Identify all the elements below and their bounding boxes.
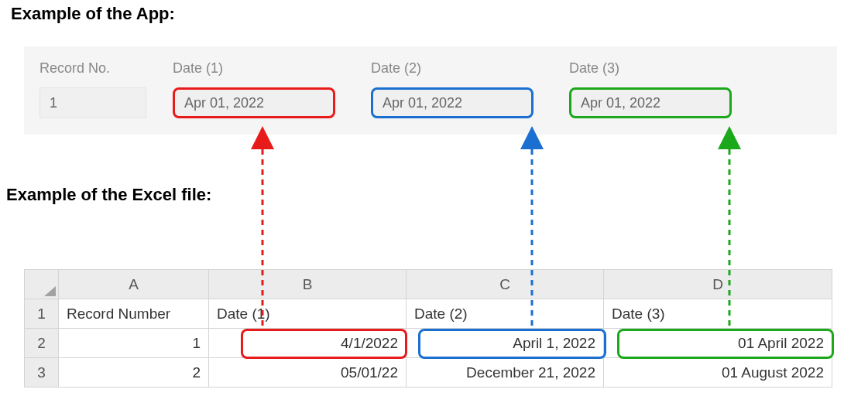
app-field-date-3: Date (3) Apr 01, 2022: [569, 60, 732, 118]
excel-row-header-1: 1: [25, 299, 59, 329]
excel-col-header-B: B: [209, 270, 407, 299]
excel-cell-C3: December 21, 2022: [407, 358, 604, 388]
app-field-date-1: Date (1) Apr 01, 2022: [173, 60, 335, 118]
excel-grid: A B C D 1 Record Number Date (1) Date (2…: [24, 269, 832, 388]
excel-row-header-2: 2: [25, 329, 59, 358]
excel-select-all-corner: [25, 270, 59, 299]
app-label-date-3: Date (3): [569, 60, 732, 77]
app-label-record-no: Record No.: [39, 60, 146, 77]
app-field-record-no: Record No. 1: [39, 60, 146, 118]
excel-cell-C1: Date (2): [407, 299, 604, 329]
excel-cell-D3: 01 August 2022: [604, 358, 832, 388]
excel-cell-D2: 01 April 2022: [604, 329, 832, 358]
excel-cell-A1: Record Number: [59, 299, 209, 329]
app-panel: Record No. 1 Date (1) Apr 01, 2022 Date …: [24, 46, 837, 135]
excel-cell-A3: 2: [59, 358, 209, 388]
excel-cell-B2: 4/1/2022: [209, 329, 407, 358]
app-field-date-2: Date (2) Apr 01, 2022: [371, 60, 533, 118]
excel-cell-A2: 1: [59, 329, 209, 358]
excel-cell-D1: Date (3): [604, 299, 832, 329]
heading-excel-example: Example of the Excel file:: [6, 185, 211, 205]
app-label-date-2: Date (2): [371, 60, 533, 77]
app-value-date-2: Apr 01, 2022: [371, 87, 533, 118]
app-value-record-no: 1: [39, 87, 146, 118]
app-label-date-1: Date (1): [173, 60, 335, 77]
excel-col-header-C: C: [407, 270, 604, 299]
excel-col-header-A: A: [59, 270, 209, 299]
app-value-date-3: Apr 01, 2022: [569, 87, 732, 118]
excel-cell-B3: 05/01/22: [209, 358, 407, 388]
excel-row-header-3: 3: [25, 358, 59, 388]
excel-cell-B1: Date (1): [209, 299, 407, 329]
heading-app-example: Example of the App:: [11, 4, 175, 24]
excel-col-header-D: D: [604, 270, 832, 299]
app-value-date-1: Apr 01, 2022: [173, 87, 335, 118]
excel-cell-C2: April 1, 2022: [407, 329, 604, 358]
